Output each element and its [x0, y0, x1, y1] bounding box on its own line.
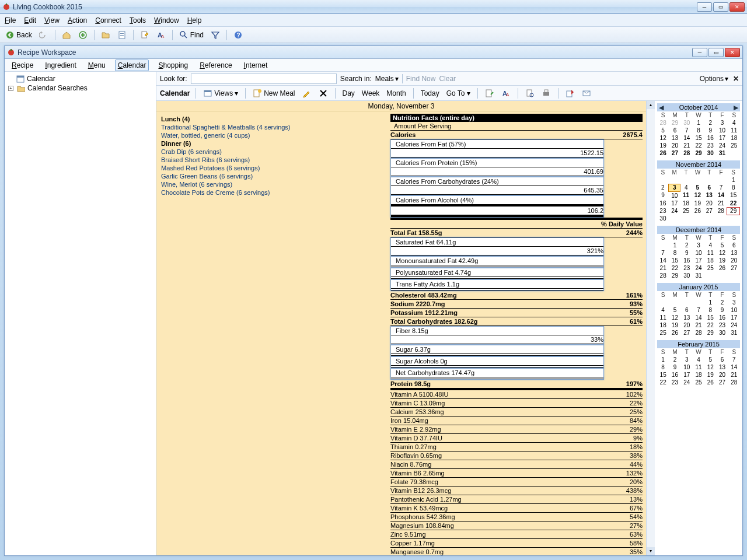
- tab-internet[interactable]: Internet: [242, 60, 270, 71]
- scroll-up-icon[interactable]: ▴: [647, 101, 655, 109]
- cal-day[interactable]: 4: [728, 119, 740, 127]
- options-dropdown[interactable]: Options ▾: [700, 75, 728, 83]
- cal-day[interactable]: 20: [703, 200, 715, 208]
- cal-day[interactable]: 9: [669, 363, 680, 371]
- edit-button[interactable]: [138, 29, 151, 41]
- cal-day[interactable]: 15: [704, 314, 716, 321]
- email-button[interactable]: [581, 88, 592, 99]
- cal-day[interactable]: 2: [657, 184, 669, 191]
- cal-day[interactable]: 30: [681, 272, 693, 279]
- cal-day[interactable]: 8: [727, 184, 740, 191]
- tab-ingredient[interactable]: Ingredient: [43, 60, 78, 71]
- edit-meal-button[interactable]: [301, 88, 313, 99]
- cal-day[interactable]: 6: [681, 306, 693, 314]
- cal-day[interactable]: 23: [716, 321, 728, 329]
- menu-connect[interactable]: Connect: [95, 16, 121, 24]
- cal-day[interactable]: 11: [693, 363, 704, 371]
- cal-day[interactable]: 10: [716, 127, 728, 134]
- cal-day[interactable]: 16: [657, 200, 669, 208]
- cal-day[interactable]: 18: [728, 134, 740, 142]
- week-button[interactable]: Week: [361, 89, 381, 98]
- cal-day[interactable]: 25: [657, 329, 669, 337]
- cal-day[interactable]: 7: [693, 306, 704, 314]
- cal-day[interactable]: 9: [657, 191, 669, 200]
- menu-tools[interactable]: Tools: [130, 16, 146, 24]
- cal-day[interactable]: 29: [669, 272, 680, 279]
- cal-day-prev[interactable]: 29: [669, 119, 680, 127]
- cal-day-prev[interactable]: 30: [681, 119, 693, 127]
- export-button[interactable]: [564, 88, 576, 99]
- cal-day[interactable]: 15: [727, 191, 740, 200]
- cal-day[interactable]: 31: [693, 272, 704, 279]
- close-button[interactable]: ✕: [729, 2, 745, 12]
- cal-day[interactable]: 23: [681, 264, 693, 272]
- cal-day[interactable]: 16: [669, 371, 680, 379]
- cal-day[interactable]: 27: [728, 264, 740, 272]
- workspace-minimize-button[interactable]: ─: [692, 48, 707, 57]
- goto-button[interactable]: Go To ▾: [445, 89, 472, 98]
- cal-day[interactable]: 30: [657, 215, 669, 222]
- properties-button[interactable]: [116, 29, 128, 41]
- findnow-button[interactable]: Find Now: [406, 75, 436, 83]
- cal-day[interactable]: 11: [728, 127, 740, 134]
- maximize-button[interactable]: ▭: [713, 2, 728, 12]
- tab-shopping[interactable]: Shopping: [156, 60, 190, 71]
- cal-day[interactable]: 21: [657, 264, 669, 272]
- add-button[interactable]: [76, 29, 89, 41]
- vertical-scrollbar[interactable]: ▴ ▾: [647, 101, 655, 555]
- cal-day[interactable]: 31: [716, 149, 728, 157]
- cal-day[interactable]: 27: [681, 329, 693, 337]
- meal-item[interactable]: Water, bottled, generic (4 cups): [161, 131, 382, 139]
- cal-day[interactable]: 19: [657, 142, 669, 149]
- meal-item[interactable]: Traditional Spaghetti & Meatballs (4 ser…: [161, 123, 382, 131]
- menu-help[interactable]: Help: [187, 16, 202, 24]
- cal-day[interactable]: 8: [657, 363, 669, 371]
- cal-day[interactable]: 12: [692, 191, 703, 200]
- cal-day[interactable]: 16: [681, 257, 693, 264]
- cal-day[interactable]: 28: [715, 207, 727, 215]
- cal-day[interactable]: 10: [669, 191, 680, 200]
- cal-day[interactable]: 16: [716, 314, 728, 321]
- tab-menu[interactable]: Menu: [86, 60, 108, 71]
- cal-day[interactable]: 8: [704, 306, 716, 314]
- cal-day[interactable]: 28: [657, 272, 669, 279]
- cal-day[interactable]: 15: [657, 371, 669, 379]
- cal-day[interactable]: 27: [703, 207, 715, 215]
- tab-reference[interactable]: Reference: [197, 60, 234, 71]
- month-button[interactable]: Month: [385, 89, 407, 98]
- cal-day[interactable]: 28: [728, 379, 740, 386]
- meal-item[interactable]: Chocolate Pots de Creme (6 servings): [161, 188, 382, 197]
- menu-window[interactable]: Window: [154, 16, 179, 24]
- cal-day[interactable]: 18: [693, 371, 704, 379]
- cal-day[interactable]: 6: [703, 184, 715, 191]
- cal-day[interactable]: 19: [704, 371, 716, 379]
- cal-day[interactable]: 19: [669, 321, 680, 329]
- cal-day[interactable]: 17: [669, 200, 680, 208]
- cal-day[interactable]: 15: [669, 257, 680, 264]
- cal-day[interactable]: 14: [657, 257, 669, 264]
- cal-day[interactable]: 18: [680, 200, 692, 208]
- cal-day[interactable]: 12: [704, 363, 716, 371]
- cal-day[interactable]: 23: [657, 207, 669, 215]
- cal-day[interactable]: 12: [669, 314, 680, 321]
- cal-day[interactable]: 20: [716, 371, 728, 379]
- searchin-dropdown[interactable]: Meals ▾: [375, 75, 399, 83]
- meal-item[interactable]: Crab Dip (6 servings): [161, 148, 382, 156]
- cal-day[interactable]: 26: [716, 264, 728, 272]
- cal-day[interactable]: 9: [716, 306, 728, 314]
- cal-day[interactable]: 29: [704, 329, 716, 337]
- cal-day[interactable]: 20: [728, 257, 740, 264]
- cal-day[interactable]: 17: [728, 314, 740, 321]
- cal-day[interactable]: 12: [716, 249, 728, 257]
- cal-day[interactable]: 24: [728, 321, 740, 329]
- cal-day[interactable]: 20: [669, 142, 680, 149]
- cal-day[interactable]: 26: [704, 379, 716, 386]
- cal-day[interactable]: 21: [681, 142, 693, 149]
- cal-day[interactable]: 24: [681, 379, 693, 386]
- refresh-button[interactable]: [484, 88, 495, 99]
- cal-day[interactable]: 8: [693, 127, 704, 134]
- cal-day[interactable]: 4: [704, 242, 716, 249]
- cal-day[interactable]: 24: [669, 207, 680, 215]
- cal-day[interactable]: 28: [693, 329, 704, 337]
- cal-day[interactable]: 22: [704, 321, 716, 329]
